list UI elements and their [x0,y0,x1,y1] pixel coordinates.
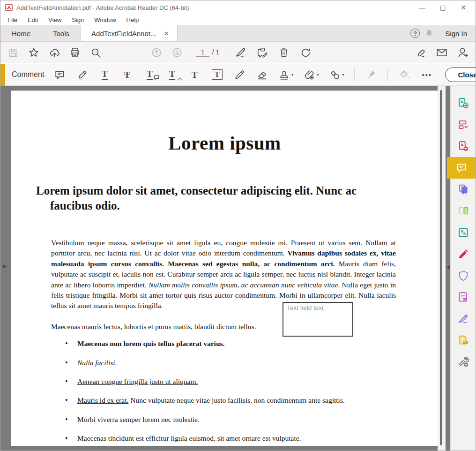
star-favorite-icon[interactable] [28,45,40,60]
stamp-dropdown-icon[interactable]: ▾ [291,73,293,77]
underline-text-icon[interactable]: T [98,68,111,82]
prepare-form-tool[interactable] [451,286,476,308]
acrobat-app-icon [5,4,13,11]
notifications-bell-icon[interactable] [424,29,434,38]
organize-pages-tool[interactable] [451,200,476,222]
menu-help[interactable]: Help [121,15,144,24]
text-box-icon[interactable]: T [211,68,223,82]
list-item: Nulla facilisi. [65,358,396,368]
document-title: Lorem ipsum [11,132,438,154]
menu-bar: File Edit View Sign Window Help [0,15,476,25]
sticky-note-icon[interactable] [53,68,66,82]
menu-view[interactable]: View [43,15,67,24]
stamp-icon[interactable]: ▾ [278,68,293,82]
bullet-list: Maecenas non lorem quis tellus placerat … [65,338,396,443]
save-icon[interactable] [7,45,19,60]
request-signatures-tool[interactable] [451,330,476,351]
scrollbar-thumb[interactable] [440,90,442,445]
menu-edit[interactable]: Edit [22,15,43,24]
tab-bar: Home Tools AddTextFieldAnnot... ✕ ? Sign… [0,25,476,42]
email-icon[interactable] [436,45,448,60]
tab-tools[interactable]: Tools [42,25,81,41]
window-title: AddTextFieldAnnotation.pdf - Adobe Acrob… [16,4,412,11]
comment-tool[interactable] [447,157,476,179]
list-item: Aenean congue fringilla justo ut aliquam… [65,376,396,387]
list-item: Morbi viverra semper lorem nec molestie. [65,414,396,425]
compress-pdf-tool[interactable] [451,222,476,243]
text-field-annotation[interactable]: Text field text [283,302,353,337]
share-person-add-icon[interactable] [457,45,469,60]
comment-toolbar-divider [354,68,355,81]
more-options-icon[interactable]: ••• [421,68,433,82]
toolbar-divider [228,46,228,59]
tools-sidebar [450,86,476,451]
title-bar: AddTextFieldAnnotation.pdf - Adobe Acrob… [0,0,476,15]
fill-and-sign-tool[interactable] [451,308,476,330]
page-number-input[interactable]: 1 [196,48,209,57]
comment-accent-strip [0,64,5,86]
pin-icon[interactable] [365,68,377,82]
search-icon[interactable] [89,45,102,60]
highlighter-icon[interactable] [76,68,88,82]
insert-text-icon[interactable]: T [166,68,178,82]
tab-document[interactable]: AddTextFieldAnnot... ✕ [81,25,178,41]
strikethrough-text-icon[interactable]: T [121,68,133,82]
close-window-button[interactable]: ✕ [453,1,474,14]
sticky-note-edit-icon[interactable] [256,45,268,60]
draw-pencil-icon[interactable] [233,68,245,82]
send-link-sign-icon[interactable] [415,45,427,60]
rotate-icon[interactable] [299,45,312,60]
previous-page-icon[interactable] [150,45,163,60]
delete-trash-icon[interactable] [278,45,290,60]
export-pdf-tool[interactable] [451,92,476,114]
shapes-icon[interactable]: ▾ [329,68,344,82]
close-comment-button[interactable]: Close [445,68,476,82]
pdf-page: Lorem ipsum Lorem ipsum dolor sit amet, … [11,90,439,446]
sign-pen-icon[interactable] [235,45,247,60]
tab-home[interactable]: Home [0,25,42,41]
eraser-icon[interactable] [256,68,268,82]
add-text-icon[interactable]: T [188,68,201,82]
next-page-icon[interactable] [171,45,183,60]
maximize-button[interactable]: ▢ [432,1,453,14]
combine-files-tool[interactable] [451,179,476,200]
fill-color-icon[interactable] [398,68,410,82]
shapes-dropdown-icon[interactable]: ▾ [342,73,344,77]
right-panel-collapse-icon[interactable]: ◀ [446,264,450,270]
attach-file-icon[interactable]: ▾ [304,68,319,82]
comment-toolbar-divider2 [387,68,388,81]
comment-toolbar-label: Comment [12,70,44,79]
left-panel-expand-icon[interactable]: ▶ [3,263,7,269]
replace-text-icon[interactable]: T [143,68,156,82]
tab-close-icon[interactable]: ✕ [162,30,171,37]
list-item: Maecenas non lorem quis tellus placerat … [65,338,396,349]
list-item: Mauris id ex erat. Nunc vulputate neque … [65,395,396,406]
acrobat-window: { "window": { "title": "AddTextFieldAnno… [0,0,476,451]
redact-tool[interactable] [451,243,476,265]
minimize-button[interactable]: — [412,1,432,14]
menu-sign[interactable]: Sign [67,15,89,24]
help-icon[interactable]: ? [410,29,420,38]
attach-dropdown-icon[interactable]: ▾ [317,73,319,77]
menu-window[interactable]: Window [89,15,121,24]
document-heading: Lorem ipsum dolor sit amet, consectetur … [36,183,391,213]
text-field-annotation-value: Text field text [287,304,324,311]
page-number-box: 1 / 1 [196,48,219,57]
more-tools-tool[interactable] [451,351,476,373]
list-item: Maecenas tincidunt est efficitur ligula … [65,433,396,443]
create-pdf-tool[interactable] [451,135,476,157]
vertical-scrollbar[interactable] [438,86,446,451]
protect-tool[interactable] [451,265,476,286]
sign-in-button[interactable]: Sign In [445,30,467,38]
main-toolbar: 1 / 1 [0,42,476,63]
paragraph: Vestibulum neque massa, scelerisque sit … [51,238,396,311]
comment-toolbar: Comment T T T T T T ▾ ▾ [0,64,476,86]
menu-file[interactable]: File [2,15,22,24]
page-total-label: / 1 [212,48,220,56]
edit-pdf-tool[interactable] [451,114,476,135]
document-canvas: Lorem ipsum Lorem ipsum dolor sit amet, … [0,86,451,451]
print-icon[interactable] [69,45,81,60]
tab-document-label: AddTextFieldAnnot... [91,30,156,38]
share-cloud-icon[interactable] [48,45,60,60]
